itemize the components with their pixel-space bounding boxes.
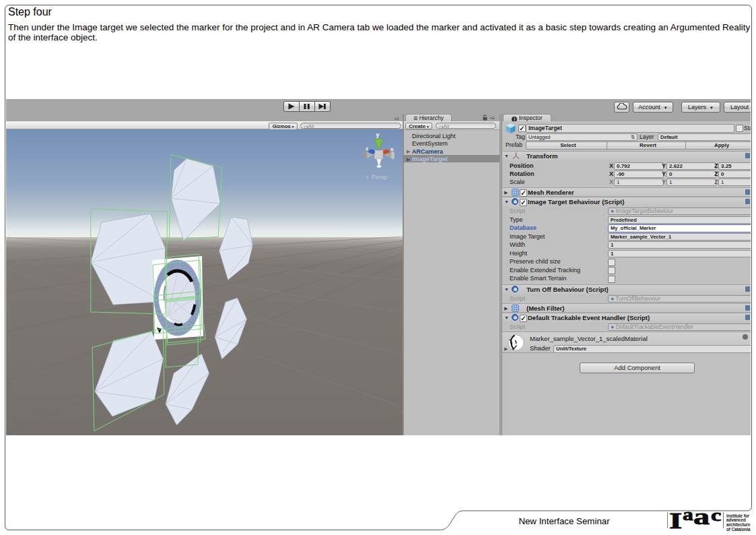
svg-text:Persp: Persp (372, 174, 388, 181)
svg-text:‹: ‹ (366, 173, 368, 181)
svg-text:z: z (366, 146, 368, 152)
svg-text:y: y (376, 131, 380, 138)
svg-text:x: x (390, 146, 394, 152)
